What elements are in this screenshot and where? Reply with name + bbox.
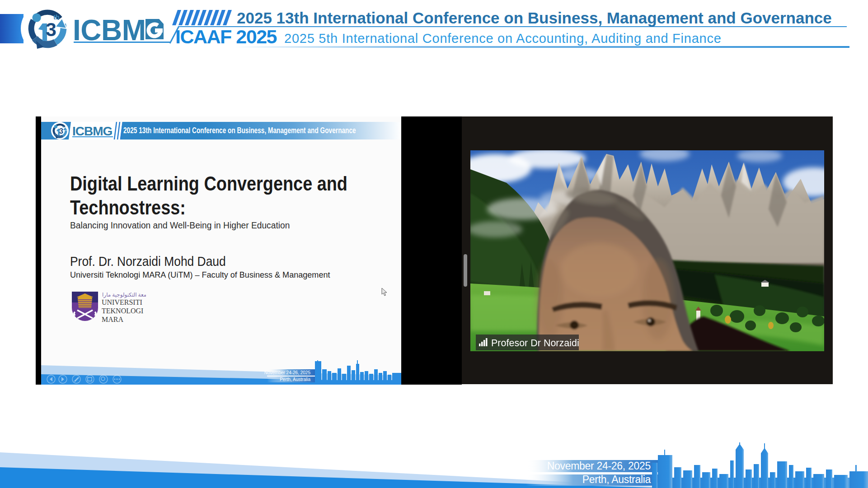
- svg-text:November 24-26, 2025: November 24-26, 2025: [547, 460, 651, 472]
- svg-text:3: 3: [46, 19, 56, 40]
- svg-text:MARA: MARA: [102, 316, 123, 323]
- svg-text:th: th: [62, 125, 65, 128]
- svg-text:th: th: [53, 14, 60, 21]
- svg-text:3: 3: [59, 127, 63, 135]
- svg-text:الجامعة التكنولوجية مارا: الجامعة التكنولوجية مارا: [102, 292, 146, 298]
- svg-text:November 24-26, 2025: November 24-26, 2025: [264, 370, 311, 375]
- svg-text:Perth, Australia: Perth, Australia: [582, 474, 651, 485]
- svg-text:UNIVERSITI: UNIVERSITI: [102, 298, 142, 306]
- svg-text:TEKNOLOGI: TEKNOLOGI: [102, 307, 143, 315]
- svg-text:Perth, Australia: Perth, Australia: [280, 377, 310, 382]
